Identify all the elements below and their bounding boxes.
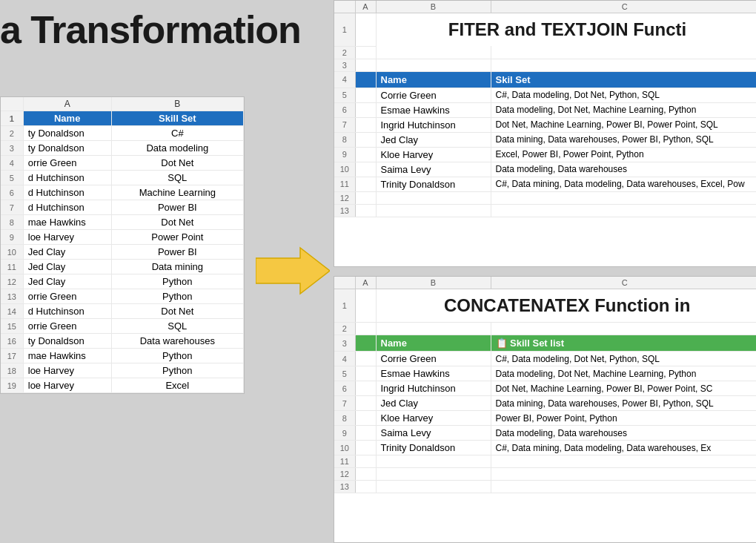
data-header-row: 3 Name 📋 Skill Set list: [334, 335, 756, 352]
table-row: 9 Kloe Harvey Excel, Power BI, Power Poi…: [334, 147, 756, 162]
table-row: 15orrie GreenSQL: [1, 319, 244, 334]
table-row: 7 Jed Clay Data mining, Data warehouses,…: [334, 396, 756, 411]
table-row: 2ty DonaldsonC#: [1, 126, 244, 141]
data-header-row: 1 Name Skill Set: [1, 111, 244, 126]
empty-row: 13: [334, 204, 756, 217]
title-row: 1 CONCATENATEX Function in: [334, 289, 756, 323]
table-row: 8mae HawkinsDot Net: [1, 215, 244, 230]
table-row: 9 Saima Levy Data modeling, Data warehou…: [334, 426, 756, 441]
table-row: 3ty DonaldsonData modeling: [1, 141, 244, 156]
col-header-row: A B C: [334, 277, 756, 289]
empty-row: 2: [334, 323, 756, 335]
table-row: 8 Kloe Harvey Power BI, Power Point, Pyt…: [334, 411, 756, 426]
table-row: 8 Jed Clay Data mining, Data warehouses,…: [334, 132, 756, 147]
data-header-row: 4 Name Skil Set: [334, 71, 756, 88]
empty-row: 12: [334, 191, 756, 204]
col-header-row: A B C: [334, 1, 756, 13]
table-row: 13orrie GreenPython: [1, 289, 244, 304]
table-row: 4 Corrie Green C#, Data modeling, Dot Ne…: [334, 352, 756, 366]
title-row: 1 FITER and TEXTJOIN Functi: [334, 13, 756, 47]
table-row: 10Jed ClayPower BI: [1, 245, 244, 260]
table-row: 11 Trinity Donaldson C#, Data mining, Da…: [334, 177, 756, 191]
table-row: 10 Trinity Donaldson C#, Data mining, Da…: [334, 441, 756, 455]
table-row: 9loe HarveyPower Point: [1, 230, 244, 245]
table-row: 7 Ingrid Hutchinson Dot Net, Machine Lea…: [334, 117, 756, 132]
table-row: 12Jed ClayPython: [1, 274, 244, 289]
right-bottom-spreadsheet: A B C 1 CONCATENATEX Function in 2 3 Nam…: [334, 276, 756, 543]
left-spreadsheet: A B 1 Name Skill Set 2ty DonaldsonC# 3ty…: [0, 96, 245, 394]
table-row: 14d HutchinsonDot Net: [1, 304, 244, 319]
empty-row: 11: [334, 455, 756, 468]
table-row: 6d HutchinsonMachine Learning: [1, 185, 244, 200]
table-row: 16ty DonaldsonData warehouses: [1, 334, 244, 349]
right-top-spreadsheet: A B C 1 FITER and TEXTJOIN Functi 2 3 4 …: [334, 0, 756, 267]
table-row: 19loe HarveyExcel: [1, 378, 244, 393]
empty-row: 3: [334, 59, 756, 71]
table-row: 6 Ingrid Hutchinson Dot Net, Machine Lea…: [334, 381, 756, 396]
table-row: 11Jed ClayData mining: [1, 260, 244, 274]
table-row: 5d HutchinsonSQL: [1, 171, 244, 185]
table-row: 7d HutchinsonPower BI: [1, 200, 244, 215]
empty-row: 13: [334, 481, 756, 493]
arrow-icon: [256, 245, 330, 297]
table-row: 5 Corrie Green C#, Data modeling, Dot Ne…: [334, 88, 756, 102]
empty-row: 12: [334, 468, 756, 481]
table-row: 10 Saima Levy Data modeling, Data wareho…: [334, 162, 756, 177]
col-header-row: A B: [1, 97, 244, 111]
table-row: 5 Esmae Hawkins Data modeling, Dot Net, …: [334, 366, 756, 381]
table-row: 4orrie GreenDot Net: [1, 156, 244, 171]
table-row: 18loe HarveyPython: [1, 363, 244, 378]
svg-marker-0: [256, 248, 330, 294]
table-row: 6 Esmae Hawkins Data modeling, Dot Net, …: [334, 102, 756, 117]
empty-row: 2: [334, 46, 756, 59]
page-title: a Transformation: [0, 7, 301, 52]
table-row: 17mae HawkinsPython: [1, 349, 244, 363]
